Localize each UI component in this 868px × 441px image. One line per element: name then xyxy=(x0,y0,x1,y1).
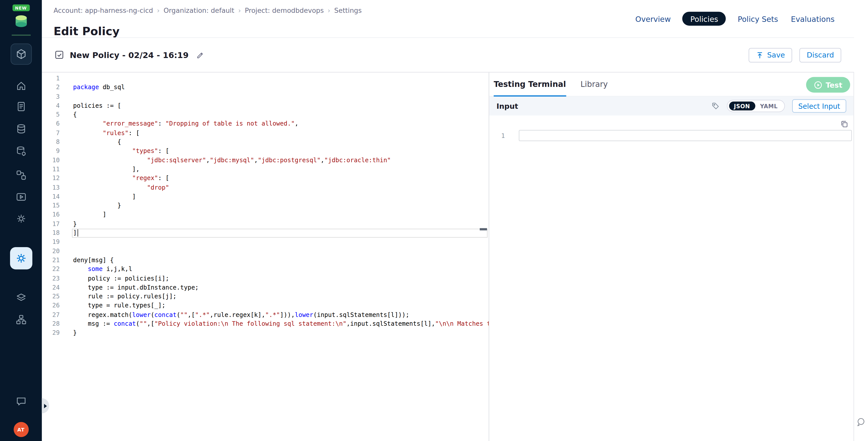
code-line-10[interactable]: 10 "jdbc:sqlserver","jdbc:mysql","jdbc:p… xyxy=(42,156,489,165)
code-line-21[interactable]: 21deny[msg] { xyxy=(42,256,489,265)
code-lines: 12package db_sql34policies := [5{6 "erro… xyxy=(42,74,489,338)
code-line-29[interactable]: 29} xyxy=(42,329,489,338)
code-line-23[interactable]: 23 policy := policies[i]; xyxy=(42,274,489,283)
testing-panel: Testing Terminal Library Test Input xyxy=(489,72,854,441)
policy-section-tabs: Overview Policies Policy Sets Evaluation… xyxy=(634,11,836,26)
input-line-number: 1 xyxy=(489,132,505,139)
page-title: Edit Policy xyxy=(54,25,120,38)
breadcrumb: Account: app-harness-ng-cicd › Organizat… xyxy=(54,7,362,14)
code-line-9[interactable]: 9 "types": [ xyxy=(42,147,489,156)
text-cursor xyxy=(78,229,78,237)
tab-overview[interactable]: Overview xyxy=(634,12,672,25)
code-line-17[interactable]: 17} xyxy=(42,220,489,229)
code-line-13[interactable]: 13 "drop" xyxy=(42,183,489,192)
help-chat-icon[interactable] xyxy=(856,417,866,430)
code-line-22[interactable]: 22 some i,j,k,l xyxy=(42,265,489,274)
chat-bubble-icon[interactable] xyxy=(15,396,26,407)
code-line-26[interactable]: 26 type = rule.types[_]; xyxy=(42,302,489,310)
code-line-25[interactable]: 25 rule := policy.rules[j]; xyxy=(42,292,489,302)
breadcrumb-separator: › xyxy=(328,7,331,14)
copy-icon[interactable] xyxy=(840,120,848,128)
code-line-2[interactable]: 2package db_sql xyxy=(42,83,489,92)
code-line-18[interactable]: 18] xyxy=(42,229,489,238)
code-line-15[interactable]: 15 } xyxy=(42,201,489,211)
harness-logo[interactable] xyxy=(12,13,30,31)
policy-toolbar: New Policy - 02/24 - 16:19 Save Discard xyxy=(42,38,854,72)
discard-button[interactable]: Discard xyxy=(800,48,841,62)
code-line-11[interactable]: 11 ], xyxy=(42,165,489,174)
toolbar-left: New Policy - 02/24 - 16:19 xyxy=(54,38,205,72)
code-line-20[interactable]: 20 xyxy=(42,247,489,256)
policy-name: New Policy - 02/24 - 16:19 xyxy=(70,51,189,60)
edit-name-pencil-icon[interactable] xyxy=(196,51,205,60)
code-line-16[interactable]: 16 ] xyxy=(42,211,489,220)
user-avatar[interactable]: AT xyxy=(13,422,28,437)
breadcrumb-organization[interactable]: Organization: default xyxy=(163,7,234,14)
pipelines-icon[interactable] xyxy=(15,169,26,181)
code-line-6[interactable]: 6 "error_message": "Dropping of table is… xyxy=(42,120,489,129)
panel-tabs: Testing Terminal Library Test xyxy=(489,72,854,97)
breadcrumb-project[interactable]: Project: demodbdevops xyxy=(245,7,324,14)
policy-code-editor[interactable]: 12package db_sql34policies := [5{6 "erro… xyxy=(42,72,489,441)
code-line-28[interactable]: 28 msg := concat("",["Policy violation:\… xyxy=(42,320,489,329)
database-schema-icon[interactable] xyxy=(15,146,26,157)
database-icon[interactable] xyxy=(15,123,26,134)
test-input-field[interactable] xyxy=(519,130,852,141)
environments-layers-icon[interactable] xyxy=(15,292,26,303)
play-circle-icon xyxy=(814,81,822,89)
code-line-12[interactable]: 12 "regex": [ xyxy=(42,174,489,183)
home-icon[interactable] xyxy=(15,81,26,91)
tag-icon[interactable] xyxy=(711,101,720,111)
input-bar: Input JSON YAML Select Input xyxy=(489,96,854,116)
save-button[interactable]: Save xyxy=(749,48,792,62)
new-badge: NEW xyxy=(12,4,30,11)
expand-arrow-icon xyxy=(44,404,47,408)
settings-gear-icon[interactable] xyxy=(15,213,26,224)
test-button-label: Test xyxy=(826,81,842,89)
tab-library-label: Library xyxy=(581,80,608,89)
page-header: Account: app-harness-ng-cicd › Organizat… xyxy=(42,0,854,38)
code-line-5[interactable]: 5{ xyxy=(42,111,489,120)
account-settings-icon-active[interactable] xyxy=(10,247,32,270)
content-split: 12package db_sql34policies := [5{6 "erro… xyxy=(42,72,854,441)
main-area: Account: app-harness-ng-cicd › Organizat… xyxy=(42,0,854,441)
code-line-1[interactable]: 1 xyxy=(42,74,489,83)
breadcrumb-separator: › xyxy=(157,7,160,14)
logo-divider xyxy=(11,35,31,36)
save-upload-icon xyxy=(756,51,764,59)
policy-check-icon xyxy=(54,50,65,60)
org-hierarchy-icon[interactable] xyxy=(15,314,26,325)
module-selector-cube-icon[interactable] xyxy=(10,43,31,65)
save-button-label: Save xyxy=(767,51,785,59)
tab-library[interactable]: Library xyxy=(581,72,608,96)
code-line-4[interactable]: 4policies := [ xyxy=(42,101,489,111)
test-input-editor: 1 xyxy=(489,116,854,441)
discard-button-label: Discard xyxy=(807,51,834,59)
get-started-list-icon[interactable] xyxy=(15,101,26,112)
format-toggle-json[interactable]: JSON xyxy=(729,101,755,111)
tab-testing-terminal[interactable]: Testing Terminal xyxy=(494,72,566,96)
code-line-8[interactable]: 8 { xyxy=(42,138,489,147)
tab-policy-sets[interactable]: Policy Sets xyxy=(737,12,779,25)
input-section-label: Input xyxy=(497,102,518,110)
format-toggle-yaml[interactable]: YAML xyxy=(755,101,783,111)
code-line-3[interactable]: 3 xyxy=(42,92,489,101)
code-line-27[interactable]: 27 regex.match(lower(concat("",[".*",rul… xyxy=(42,311,489,320)
app-window: NEW xyxy=(0,0,868,441)
select-input-button[interactable]: Select Input xyxy=(792,99,846,113)
breadcrumb-account[interactable]: Account: app-harness-ng-cicd xyxy=(54,7,153,14)
current-line-highlight xyxy=(72,229,488,238)
input-line-row: 1 xyxy=(489,116,854,141)
code-line-14[interactable]: 14 ] xyxy=(42,192,489,201)
tab-policies[interactable]: Policies xyxy=(682,12,726,26)
format-toggle: JSON YAML xyxy=(726,100,785,112)
code-line-24[interactable]: 24 type := input.dbInstance.type; xyxy=(42,283,489,292)
executions-play-icon[interactable] xyxy=(15,191,26,202)
tab-evaluations[interactable]: Evaluations xyxy=(789,12,836,25)
breadcrumb-settings[interactable]: Settings xyxy=(334,7,362,14)
code-line-7[interactable]: 7 "rules": [ xyxy=(42,129,489,138)
sidebar-nav: NEW xyxy=(0,0,42,441)
test-button[interactable]: Test xyxy=(806,77,850,93)
code-line-19[interactable]: 19 xyxy=(42,238,489,247)
toolbar-right: Save Discard xyxy=(749,38,841,72)
